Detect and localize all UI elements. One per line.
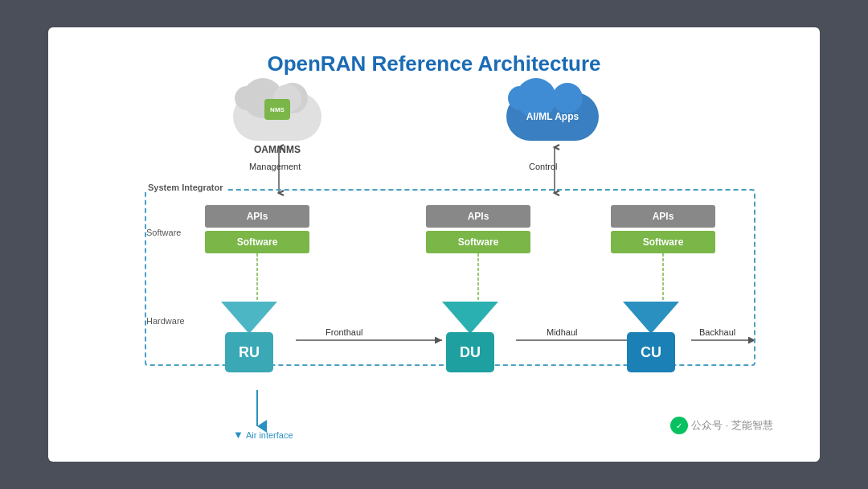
du-sw-box: Software [426,231,530,253]
si-label: System Integrator [145,183,227,192]
wechat-icon: ✓ [670,417,688,434]
software-section-label: Software [146,228,181,237]
cloud-aiml: AI/ML Apps [506,92,599,141]
management-label: Management [249,162,301,171]
watermark: ✓ 公众号 · 芝能智慧 [670,417,773,434]
fronthaul-label: Fronthaul [326,327,362,337]
cu-sw-box: Software [611,231,715,253]
ru-api-box: APIs [205,205,309,228]
air-interface-container: ▼ Air interface [233,429,293,441]
du-label: DU [460,344,481,361]
air-interface-label: Air interface [246,430,293,440]
watermark-text: 公众号 · 芝能智慧 [691,418,773,433]
page-title: OpenRAN Reference Architecture [267,51,600,76]
ru-label: RU [239,344,260,361]
slide: OpenRAN Reference Architecture NMS OAM/N… [48,27,820,462]
cu-column: APIs Software [611,205,715,253]
hardware-section-label: Hardware [146,316,185,326]
ru-column: APIs Software [205,205,309,253]
diagram-area: NMS OAM/NMS AI/ML Apps [80,92,788,446]
nms-icon: NMS [264,99,290,120]
du-api-box: APIs [426,205,530,228]
du-hw-unit: DU [442,302,498,372]
cloud-oam-label: OAM/NMS [254,144,301,155]
ru-sw-box: Software [205,231,309,253]
midhaul-label: Midhaul [547,327,578,337]
cu-api-box: APIs [611,205,715,228]
backhaul-label: Backhaul [699,327,735,337]
cloud-aiml-label: AI/ML Apps [526,111,579,122]
cu-hw-unit: CU [623,302,679,372]
cu-label: CU [641,344,661,361]
control-label: Control [529,162,557,171]
ru-hw-unit: RU [221,302,277,372]
cloud-oam: NMS OAM/NMS [233,92,321,155]
du-column: APIs Software [426,205,530,253]
